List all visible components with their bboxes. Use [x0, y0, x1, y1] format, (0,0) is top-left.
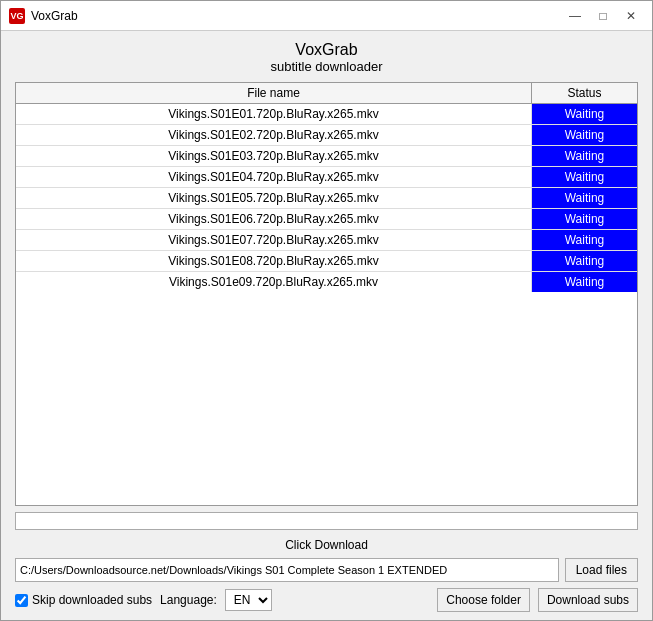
cell-status: Waiting — [532, 146, 637, 166]
cell-filename: Vikings.S01E05.720p.BluRay.x265.mkv — [16, 188, 532, 208]
cell-status: Waiting — [532, 209, 637, 229]
main-window: VG VoxGrab — □ ✕ VoxGrab subtitle downlo… — [0, 0, 653, 621]
app-title: VoxGrab — [1, 41, 652, 59]
column-filename: File name — [16, 83, 532, 103]
minimize-button[interactable]: — — [562, 6, 588, 26]
table-body[interactable]: Vikings.S01E01.720p.BluRay.x265.mkvWaiti… — [16, 104, 637, 505]
table-row[interactable]: Vikings.S01E04.720p.BluRay.x265.mkvWaiti… — [16, 167, 637, 188]
cell-filename: Vikings.S01E08.720p.BluRay.x265.mkv — [16, 251, 532, 271]
bottom-bar: Load files Skip downloaded subs Language… — [1, 558, 652, 620]
cell-filename: Vikings.S01E01.720p.BluRay.x265.mkv — [16, 104, 532, 124]
cell-filename: Vikings.S01E07.720p.BluRay.x265.mkv — [16, 230, 532, 250]
language-select[interactable]: ENFRDEESITPT — [225, 589, 272, 611]
cell-status: Waiting — [532, 125, 637, 145]
table-row[interactable]: Vikings.S01E01.720p.BluRay.x265.mkvWaiti… — [16, 104, 637, 125]
maximize-button[interactable]: □ — [590, 6, 616, 26]
download-subs-button[interactable]: Download subs — [538, 588, 638, 612]
options-row: Skip downloaded subs Language: ENFRDEESI… — [15, 588, 638, 612]
table-row[interactable]: Vikings.S01E02.720p.BluRay.x265.mkvWaiti… — [16, 125, 637, 146]
table-header: File name Status — [16, 83, 637, 104]
table-row[interactable]: Vikings.S01E03.720p.BluRay.x265.mkvWaiti… — [16, 146, 637, 167]
load-files-button[interactable]: Load files — [565, 558, 638, 582]
table-row[interactable]: Vikings.S01E07.720p.BluRay.x265.mkvWaiti… — [16, 230, 637, 251]
cell-status: Waiting — [532, 188, 637, 208]
table-row[interactable]: Vikings.S01E05.720p.BluRay.x265.mkvWaiti… — [16, 188, 637, 209]
table-row[interactable]: Vikings.S01e09.720p.BluRay.x265.mkvWaiti… — [16, 272, 637, 292]
cell-status: Waiting — [532, 104, 637, 124]
window-title: VoxGrab — [31, 9, 562, 23]
click-download-label: Click Download — [1, 534, 652, 558]
table-row[interactable]: Vikings.S01E06.720p.BluRay.x265.mkvWaiti… — [16, 209, 637, 230]
column-status: Status — [532, 83, 637, 103]
choose-folder-button[interactable]: Choose folder — [437, 588, 530, 612]
skip-downloaded-checkbox[interactable] — [15, 594, 28, 607]
language-label: Language: — [160, 593, 217, 607]
path-row: Load files — [15, 558, 638, 582]
file-table: File name Status Vikings.S01E01.720p.Blu… — [15, 82, 638, 506]
path-input[interactable] — [15, 558, 559, 582]
cell-status: Waiting — [532, 272, 637, 292]
window-controls: — □ ✕ — [562, 6, 644, 26]
cell-filename: Vikings.S01E06.720p.BluRay.x265.mkv — [16, 209, 532, 229]
title-bar: VG VoxGrab — □ ✕ — [1, 1, 652, 31]
app-header: VoxGrab subtitle downloader — [1, 31, 652, 82]
cell-status: Waiting — [532, 167, 637, 187]
skip-downloaded-label[interactable]: Skip downloaded subs — [15, 593, 152, 607]
close-button[interactable]: ✕ — [618, 6, 644, 26]
cell-filename: Vikings.S01e09.720p.BluRay.x265.mkv — [16, 272, 532, 292]
cell-status: Waiting — [532, 230, 637, 250]
app-subtitle: subtitle downloader — [1, 59, 652, 74]
cell-filename: Vikings.S01E02.720p.BluRay.x265.mkv — [16, 125, 532, 145]
app-icon: VG — [9, 8, 25, 24]
progress-bar — [15, 512, 638, 530]
cell-filename: Vikings.S01E04.720p.BluRay.x265.mkv — [16, 167, 532, 187]
skip-downloaded-text: Skip downloaded subs — [32, 593, 152, 607]
progress-area — [15, 512, 638, 530]
cell-status: Waiting — [532, 251, 637, 271]
table-row[interactable]: Vikings.S01E08.720p.BluRay.x265.mkvWaiti… — [16, 251, 637, 272]
cell-filename: Vikings.S01E03.720p.BluRay.x265.mkv — [16, 146, 532, 166]
